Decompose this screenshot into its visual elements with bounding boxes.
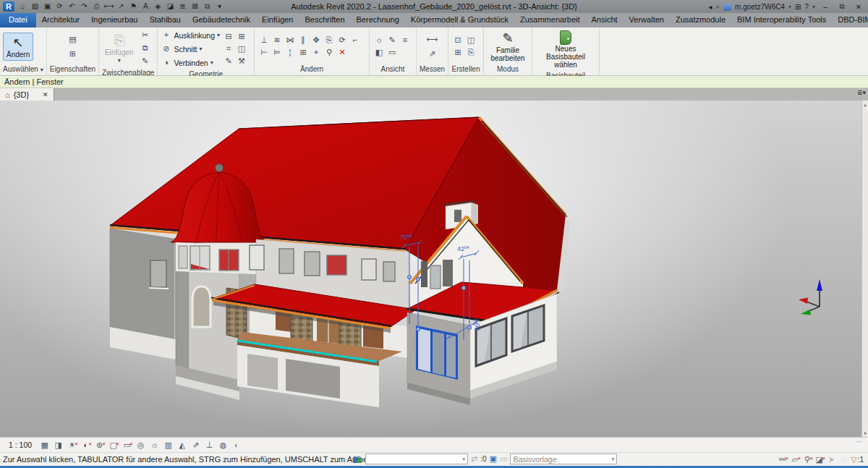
measure-icon[interactable]: ⟷ xyxy=(103,1,115,12)
worksets-combobox[interactable]: ▾ xyxy=(365,454,468,464)
edit-family-button[interactable]: ✎ Familie bearbeiten xyxy=(487,29,529,64)
reveal-hidden-elements-icon[interactable]: ☼ xyxy=(148,438,161,451)
modify-button[interactable]: ↖ Ändern xyxy=(3,33,33,61)
properties-icon[interactable]: ▤ xyxy=(66,33,79,46)
cut-geometry-button[interactable]: ⊘Schnitt▾ xyxy=(161,43,220,55)
resize-grip-icon[interactable]: ⋯ xyxy=(855,438,862,446)
turret-arch-window[interactable] xyxy=(192,286,210,327)
visual-style-icon[interactable]: ◨ xyxy=(51,438,65,451)
editing-requests-icon[interactable]: ⇄ xyxy=(471,454,477,464)
sync-icon[interactable]: ⟳ xyxy=(54,1,66,12)
filter-icon[interactable]: ▽ xyxy=(851,455,856,464)
linework-icon[interactable]: ≡ xyxy=(399,34,412,46)
delete-icon[interactable]: ✕ xyxy=(336,46,349,59)
save-icon[interactable]: ▣ xyxy=(41,1,54,12)
tab-zusammenarbeit[interactable]: Zusammenarbeit xyxy=(514,13,586,27)
tab-gebaeudetechnik[interactable]: Gebäudetechnik xyxy=(187,13,256,27)
turret-window-red[interactable] xyxy=(219,250,239,271)
paint-icon[interactable]: ✎ xyxy=(222,55,235,67)
select-pinned-elements-icon[interactable]: ⚲ xyxy=(801,454,813,465)
align-icon[interactable]: ⊥ xyxy=(258,34,271,46)
hide-in-view-icon[interactable]: ☼ xyxy=(373,34,386,46)
cope-button[interactable]: ⌖Ausklinkung▾ xyxy=(161,29,220,41)
mirror-draw-axis-icon[interactable]: ∥ xyxy=(297,34,310,46)
open-icon[interactable]: ▧ xyxy=(29,1,41,12)
trim-extend-single-icon[interactable]: ⊢ xyxy=(258,46,271,59)
shadows-icon[interactable]: ◐ xyxy=(79,438,93,451)
center-window-red[interactable] xyxy=(327,255,346,275)
move-icon[interactable]: ✥ xyxy=(310,34,323,46)
panel-label-eigenschaften[interactable]: Eigenschaften xyxy=(47,65,98,75)
sun-path-icon[interactable]: ☀ xyxy=(65,438,79,451)
type-properties-icon[interactable]: ⊞ xyxy=(66,48,79,60)
worksets-icon[interactable] xyxy=(352,455,362,464)
section-icon[interactable]: ◪ xyxy=(164,1,176,12)
tag-icon[interactable]: ⚑ xyxy=(127,1,140,12)
worksharing-display-icon[interactable]: ◍ xyxy=(216,438,230,451)
highlight-displacement-sets-icon[interactable]: ⇗ xyxy=(189,438,203,451)
tab-architektur[interactable]: Architektur xyxy=(36,13,86,27)
username[interactable]: m.goetz7W6C4 xyxy=(735,3,785,11)
vertical-scrollbar[interactable]: ▴ ▾ xyxy=(861,101,868,437)
apply-coping-icon[interactable]: ⊞ xyxy=(235,30,248,43)
array-icon[interactable]: ⊞ xyxy=(297,46,310,59)
measure-icon[interactable]: ⟷ xyxy=(426,33,439,46)
tab-stahlbau[interactable]: Stahlbau xyxy=(144,13,187,27)
design-options-edit-icon[interactable]: ▭ xyxy=(500,454,507,464)
paste-button[interactable]: ⎘ Einfügen ▾ xyxy=(102,31,136,66)
panel-label-modus[interactable]: Modus xyxy=(484,65,532,75)
tab-bim-interoperability[interactable]: BIM Interoperability Tools xyxy=(731,13,832,27)
tab-koerpermodell[interactable]: Körpermodell & Grundstück xyxy=(405,13,514,27)
cut-profile-icon[interactable]: ⊟ xyxy=(222,30,235,43)
cut-icon[interactable]: ✂ xyxy=(139,29,152,41)
aligned-dimension-icon[interactable]: ↗ xyxy=(115,1,127,12)
create-group-icon[interactable]: ⊞ xyxy=(451,46,464,59)
temporary-view-properties-icon[interactable]: ▥ xyxy=(161,438,175,451)
create-similar-icon[interactable]: ⎘ xyxy=(464,46,477,59)
design-options-icon[interactable]: ▣ xyxy=(490,454,497,464)
home-icon[interactable]: ⌂ xyxy=(17,1,29,12)
wall-joins-icon[interactable]: ⌗ xyxy=(222,43,235,55)
help-icon[interactable]: ? xyxy=(804,3,809,11)
tab-dbd-bim[interactable]: DBD-BIM xyxy=(832,13,868,27)
panel-label-erstellen[interactable]: Erstellen xyxy=(448,65,483,75)
pick-new-host-button[interactable]: Neues Basisbauteil wählen xyxy=(535,29,596,70)
split-element-icon[interactable]: ¦ xyxy=(284,46,297,59)
select-elements-by-face-icon[interactable]: ◪ xyxy=(813,454,825,465)
pin-icon[interactable]: ⌖ xyxy=(310,46,323,59)
unpin-icon[interactable]: ⚲ xyxy=(323,46,336,59)
reveal-constraints-icon[interactable]: ⊥ xyxy=(203,438,216,451)
default-3d-view-icon[interactable]: ◈ xyxy=(152,1,164,12)
switch-windows-icon[interactable]: ⧉ xyxy=(201,1,213,12)
view-tab-list-icon[interactable]: ≣▾ xyxy=(857,89,866,96)
3d-model-view[interactable]: 7048 4204 8008 xyxy=(0,101,861,437)
left-wall-window[interactable] xyxy=(150,260,166,287)
undo-icon[interactable]: ↶ xyxy=(66,1,78,12)
collapse-view-bar-icon[interactable]: ‹ xyxy=(231,441,240,449)
mirror-pick-axis-icon[interactable]: ⋈ xyxy=(284,34,297,46)
tab-zusatzmodule[interactable]: Zusatzmodule xyxy=(670,13,731,27)
close-hidden-windows-icon[interactable]: ⊠ xyxy=(189,1,201,12)
restore-button[interactable]: ⧉ xyxy=(835,2,848,11)
tab-beschriften[interactable]: Beschriften xyxy=(299,13,351,27)
select-underlay-elements-icon[interactable]: ▱ xyxy=(788,454,801,465)
view-tab-3d[interactable]: ⌂ {3D} ✕ xyxy=(0,88,54,101)
show-analytical-model-icon[interactable]: ◭ xyxy=(175,438,189,451)
create-assembly-icon[interactable]: ◫ xyxy=(464,34,477,46)
trim-corner-icon[interactable]: ⌐ xyxy=(349,34,362,46)
search-collapse-icon[interactable]: ◂ xyxy=(708,3,712,11)
customize-qat-icon[interactable]: ▾ xyxy=(213,1,226,12)
tab-verwalten[interactable]: Verwalten xyxy=(624,13,670,27)
thin-lines-icon[interactable]: ≣ xyxy=(176,1,189,12)
select-links-icon[interactable]: ⚯ xyxy=(776,454,788,465)
override-graphics-icon[interactable]: ✎ xyxy=(386,34,399,46)
selection-options-icon[interactable]: ◌ xyxy=(838,454,850,465)
drawing-area[interactable]: 7048 4204 8008 ▴ ▾ xyxy=(0,101,868,437)
tab-datei[interactable]: Datei xyxy=(0,13,36,27)
scale-button[interactable]: 1 : 100 xyxy=(4,440,36,450)
copy-icon[interactable]: ⎘ xyxy=(323,34,336,46)
help-menu-caret-icon[interactable]: ▾ xyxy=(812,4,815,10)
exchange-apps-icon[interactable]: ⊞ xyxy=(795,3,801,11)
print-icon[interactable]: ⎙ xyxy=(90,1,103,12)
turret-window-left[interactable] xyxy=(190,246,210,270)
